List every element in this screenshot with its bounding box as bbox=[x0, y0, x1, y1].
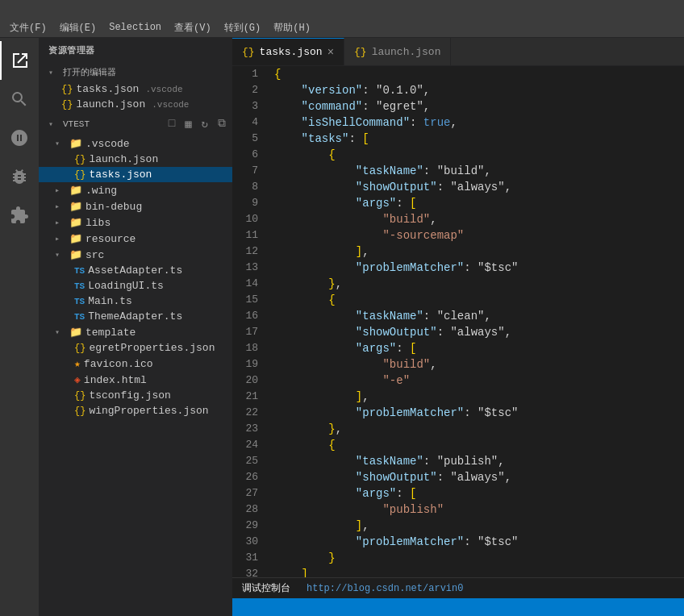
open-editor-tasks[interactable]: {} tasks.json .vscode bbox=[39, 81, 232, 97]
main-ts-item[interactable]: TS Main.ts bbox=[39, 293, 232, 309]
line-content-10: "build", bbox=[271, 211, 684, 227]
code-line-19: 19 "build", bbox=[232, 356, 684, 373]
theme-adapter-item[interactable]: TS ThemeAdapter.ts bbox=[39, 309, 232, 324]
new-file-icon[interactable]: □ bbox=[165, 115, 178, 132]
code-line-8: 8 "showOutput": "always", bbox=[232, 179, 684, 195]
line-content-9: "args": [ bbox=[271, 195, 684, 211]
vscode-folder[interactable]: 📁 .vscode bbox=[39, 135, 232, 152]
code-line-7: 7 "taskName": "build", bbox=[232, 163, 684, 179]
refresh-icon[interactable]: ↻ bbox=[198, 115, 211, 132]
index-html-item[interactable]: ◈ index.html bbox=[39, 372, 232, 388]
line-number-28: 28 bbox=[232, 502, 271, 518]
code-editor[interactable]: 1{2 "version": "0.1.0",3 "command": "egr… bbox=[232, 66, 684, 577]
activity-bar bbox=[0, 38, 39, 616]
loading-ui-item[interactable]: TS LoadingUI.ts bbox=[39, 278, 232, 293]
line-number-3: 3 bbox=[232, 98, 271, 114]
egret-properties-name: egretProperties.json bbox=[89, 342, 215, 354]
tab-tasks-close[interactable]: × bbox=[327, 47, 334, 58]
bin-debug-folder[interactable]: 📁 bin-debug bbox=[39, 198, 232, 214]
asset-adapter-item[interactable]: TS AssetAdapter.ts bbox=[39, 263, 232, 278]
line-content-24: { bbox=[271, 437, 684, 453]
collapse-icon[interactable]: ⧉ bbox=[215, 115, 229, 132]
line-number-31: 31 bbox=[232, 550, 271, 566]
status-bar bbox=[232, 598, 684, 616]
src-folder[interactable]: 📁 src bbox=[39, 247, 232, 263]
theme-adapter-name: ThemeAdapter.ts bbox=[88, 310, 182, 323]
wing-properties-item[interactable]: {} wingProperties.json bbox=[39, 403, 232, 418]
bin-debug-icon: 📁 bbox=[69, 200, 82, 213]
activity-explorer[interactable] bbox=[0, 41, 39, 80]
vscode-folder-chevron bbox=[55, 139, 66, 148]
line-number-14: 14 bbox=[232, 276, 271, 292]
line-number-9: 9 bbox=[232, 195, 271, 211]
src-icon: 📁 bbox=[69, 248, 82, 261]
line-content-5: "tasks": [ bbox=[271, 131, 684, 147]
line-number-18: 18 bbox=[232, 340, 271, 356]
panel-status-text: http://blog.csdn.net/arvin0 bbox=[307, 583, 463, 594]
libs-folder[interactable]: 📁 libs bbox=[39, 214, 232, 231]
activity-extensions[interactable] bbox=[0, 196, 39, 235]
tsconfig-icon: {} bbox=[74, 390, 86, 402]
template-folder[interactable]: 📁 template bbox=[39, 324, 232, 340]
activity-debug[interactable] bbox=[0, 157, 39, 196]
index-html-icon: ◈ bbox=[74, 373, 81, 386]
line-number-15: 15 bbox=[232, 292, 271, 308]
panel: 调试控制台 http://blog.csdn.net/arvin0 bbox=[232, 577, 684, 598]
line-number-8: 8 bbox=[232, 179, 271, 195]
resource-folder[interactable]: 📁 resource bbox=[39, 231, 232, 247]
code-line-2: 2 "version": "0.1.0", bbox=[232, 82, 684, 98]
activity-git[interactable] bbox=[0, 119, 39, 157]
tab-tasks-json[interactable]: {} tasks.json × bbox=[232, 38, 344, 65]
menu-bar: 文件(F) 编辑(E) Selection 查看(V) 转到(G) 帮助(H) bbox=[0, 18, 684, 38]
code-line-26: 26 "showOutput": "always", bbox=[232, 469, 684, 485]
line-number-11: 11 bbox=[232, 227, 271, 243]
launch-json-item[interactable]: {} launch.json bbox=[39, 152, 232, 167]
new-folder-icon[interactable]: ▦ bbox=[181, 115, 194, 132]
line-content-23: }, bbox=[271, 421, 684, 437]
menu-edit[interactable]: 编辑(E) bbox=[53, 18, 103, 37]
favicon-item[interactable]: ★ favicon.ico bbox=[39, 356, 232, 372]
tasks-json-name: tasks.json bbox=[89, 169, 152, 181]
project-header[interactable]: VTEST bbox=[48, 119, 90, 129]
code-line-4: 4 "isShellCommand": true, bbox=[232, 114, 684, 131]
open-editors-header[interactable]: 打开的编辑器 bbox=[39, 63, 232, 81]
resource-chevron bbox=[55, 234, 66, 243]
launch-json-open-name: launch.json bbox=[76, 98, 145, 110]
tsconfig-item[interactable]: {} tsconfig.json bbox=[39, 388, 232, 403]
line-number-12: 12 bbox=[232, 243, 271, 260]
menu-file[interactable]: 文件(F) bbox=[3, 18, 53, 37]
main-ts-icon: TS bbox=[74, 297, 85, 306]
line-content-21: ], bbox=[271, 389, 684, 405]
tab-launch-json[interactable]: {} launch.json bbox=[344, 38, 451, 65]
line-content-8: "showOutput": "always", bbox=[271, 179, 684, 195]
line-content-32: ] bbox=[271, 566, 684, 577]
code-line-25: 25 "taskName": "publish", bbox=[232, 453, 684, 469]
line-content-4: "isShellCommand": true, bbox=[271, 114, 684, 131]
tasks-json-item[interactable]: {} tasks.json bbox=[39, 167, 232, 182]
code-line-31: 31 } bbox=[232, 550, 684, 566]
loading-ui-name: LoadingUI.ts bbox=[88, 280, 164, 292]
tasks-json-icon: {} bbox=[74, 169, 86, 181]
libs-chevron bbox=[55, 218, 66, 227]
activity-search[interactable] bbox=[0, 80, 39, 119]
egret-properties-item[interactable]: {} egretProperties.json bbox=[39, 340, 232, 356]
bin-debug-chevron bbox=[55, 202, 66, 211]
project-header-row: VTEST □ ▦ ↻ ⧉ bbox=[39, 112, 232, 135]
line-content-20: "-e" bbox=[271, 373, 684, 389]
line-number-30: 30 bbox=[232, 534, 271, 550]
wing-folder[interactable]: 📁 .wing bbox=[39, 182, 232, 198]
bin-debug-name: bin-debug bbox=[86, 201, 142, 213]
line-number-32: 32 bbox=[232, 566, 271, 577]
open-editors-label: 打开的编辑器 bbox=[63, 66, 116, 78]
open-editor-launch[interactable]: {} launch.json .vscode bbox=[39, 97, 232, 112]
menu-help[interactable]: 帮助(H) bbox=[267, 18, 317, 37]
panel-tab-debug[interactable]: 调试控制台 bbox=[242, 578, 290, 599]
code-line-13: 13 "problemMatcher": "$tsc" bbox=[232, 260, 684, 276]
menu-view[interactable]: 查看(V) bbox=[168, 18, 218, 37]
line-content-11: "-sourcemap" bbox=[271, 227, 684, 243]
line-number-22: 22 bbox=[232, 405, 271, 421]
menu-selection[interactable]: Selection bbox=[102, 18, 168, 37]
menu-goto[interactable]: 转到(G) bbox=[218, 18, 268, 37]
sidebar-title: 资源管理器 bbox=[39, 38, 232, 63]
explorer-toolbar: □ ▦ ↻ ⧉ bbox=[165, 115, 229, 132]
